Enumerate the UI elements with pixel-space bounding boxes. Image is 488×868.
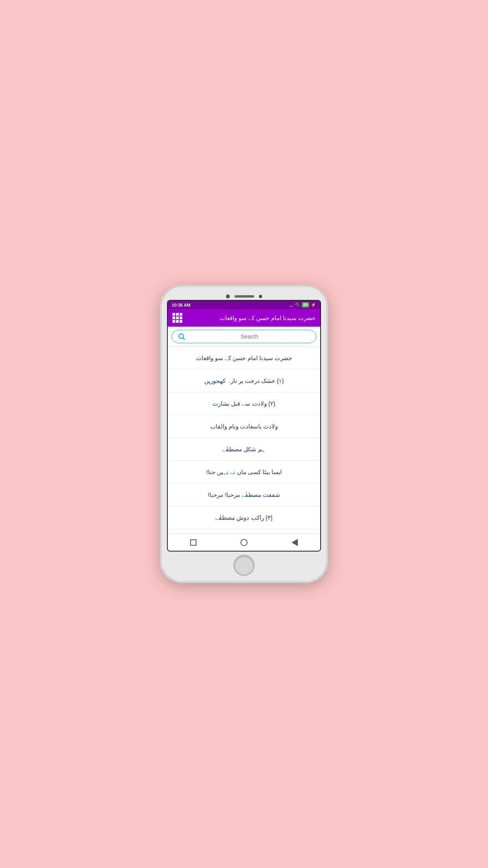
battery-level: 89	[302, 302, 309, 307]
svg-point-0	[179, 334, 183, 338]
list-item[interactable]: {۱} خشک درخت پر تازہ کھجوریں	[168, 370, 320, 392]
square-icon	[190, 539, 196, 546]
nav-back-button[interactable]	[290, 538, 299, 547]
status-bar: 10:36 AM ... 🔌 89 ⚡	[168, 301, 320, 309]
list-container: حضرت سیدنا امام حسن کے سو واقعات {۱} خشک…	[168, 347, 320, 534]
phone-notch	[167, 292, 321, 300]
status-dots: ...	[290, 303, 293, 307]
battery-icon: 🔌	[295, 302, 300, 307]
nav-square-button[interactable]	[189, 538, 198, 547]
search-bar[interactable]	[172, 330, 316, 343]
search-icon	[178, 333, 185, 340]
list-item[interactable]: شفقت مصطفٰے مرحبا! مرحبا!	[168, 484, 320, 506]
search-container	[168, 327, 320, 347]
nav-home-button[interactable]	[240, 538, 248, 547]
circle-icon	[240, 539, 248, 546]
list-item[interactable]: {۲} ولادت سے قبل بشارت	[168, 392, 320, 415]
home-button[interactable]	[233, 555, 255, 576]
status-bar-right: ... 🔌 89 ⚡	[290, 302, 316, 307]
list-item[interactable]: {۳} راکب دوش مصطفٰے	[168, 506, 320, 529]
front-camera	[226, 294, 230, 298]
app-header: حضرت سیدنا امام حسن کے سو واقعات	[168, 309, 320, 327]
list-item[interactable]: ہم شکل مصطفٰے	[168, 438, 320, 461]
front-camera-2	[259, 295, 262, 298]
list-item[interactable]: ولادت باسعادت ونام والقاب	[168, 415, 320, 438]
phone-screen: 10:36 AM ... 🔌 89 ⚡ حضرت سیدنا امام حسن …	[167, 300, 321, 552]
app-title: حضرت سیدنا امام حسن کے سو واقعات	[187, 314, 316, 322]
svg-line-1	[183, 338, 185, 340]
phone-frame: 10:36 AM ... 🔌 89 ⚡ حضرت سیدنا امام حسن …	[161, 287, 327, 581]
phone-speaker	[235, 295, 254, 298]
search-input[interactable]	[189, 333, 310, 340]
status-time: 10:36 AM	[172, 303, 191, 307]
list-item[interactable]: حضرت سیدنا امام حسن کے سو واقعات	[168, 347, 320, 370]
grid-menu-icon[interactable]	[172, 313, 182, 323]
triangle-icon	[292, 539, 298, 546]
charging-icon: ⚡	[311, 302, 316, 307]
list-item[interactable]: ایسا بیٹا کسی ماں نے نہیں جنا!	[168, 461, 320, 484]
nav-bar	[168, 534, 320, 551]
